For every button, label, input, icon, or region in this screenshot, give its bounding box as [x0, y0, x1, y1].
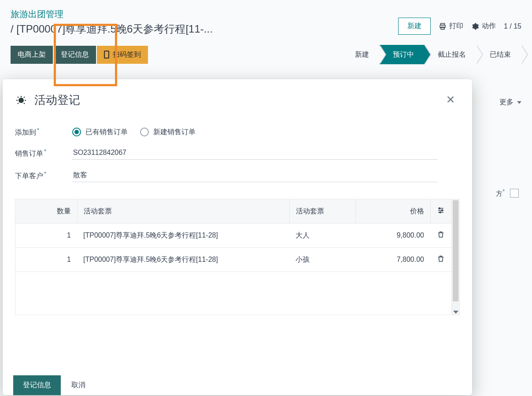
background-checkbox[interactable] — [510, 189, 519, 198]
status-step-new[interactable]: 新建 — [342, 45, 380, 64]
col-qty[interactable]: 数量 — [15, 199, 77, 224]
print-label: 打印 — [449, 22, 463, 31]
svg-point-3 — [18, 98, 24, 103]
radio-new-order[interactable]: 新建销售订单 — [140, 128, 196, 137]
radio-existing-order[interactable]: 已有销售订单 — [72, 128, 128, 137]
customer-input[interactable] — [72, 169, 438, 182]
background-field: 方* — [496, 188, 519, 198]
close-icon — [446, 95, 455, 104]
modal-title: 活动登记 — [34, 92, 80, 108]
radio-icon — [140, 128, 149, 136]
chevron-down-icon — [453, 311, 458, 314]
pager[interactable]: 1 / 15 — [504, 22, 521, 30]
more-label: 更多 — [499, 98, 514, 106]
radio-existing-label: 已有销售订单 — [85, 128, 128, 137]
table-row[interactable]: 1 [TP00007]尊享迪拜.5晚6天参考行程[11-28] 小孩 7,800… — [15, 248, 451, 272]
sliders-icon — [437, 206, 445, 214]
tickets-table: 数量 活动套票 活动套票 价格 1 [TP00007]尊享迪拜.5晚6 — [15, 199, 451, 272]
cell-package[interactable]: [TP00007]尊享迪拜.5晚6天参考行程[11-28] — [77, 224, 289, 248]
customer-label: 下单客户* — [15, 170, 72, 181]
svg-point-6 — [440, 212, 441, 213]
cell-price[interactable]: 9,800.00 — [355, 224, 430, 248]
scan-checkin-button[interactable]: 扫码签到 — [97, 46, 148, 64]
col-tools[interactable] — [430, 199, 451, 224]
delete-row-button[interactable] — [430, 248, 451, 272]
svg-point-5 — [442, 210, 443, 211]
add-to-label: 添加到* — [15, 127, 72, 137]
action-button[interactable]: 动作 — [471, 22, 496, 31]
chevron-down-icon — [517, 101, 521, 104]
col-package[interactable]: 活动套票 — [77, 199, 289, 224]
phone-icon — [104, 51, 109, 59]
new-button[interactable]: 新建 — [398, 18, 431, 35]
gear-icon — [471, 22, 479, 30]
col-type[interactable]: 活动套票 — [289, 199, 355, 224]
table-row[interactable]: 1 [TP00007]尊享迪拜.5晚6天参考行程[11-28] 大人 9,800… — [15, 224, 451, 248]
print-icon — [439, 22, 447, 30]
cell-package[interactable]: [TP00007]尊享迪拜.5晚6天参考行程[11-28] — [77, 248, 289, 272]
status-step-booking[interactable]: 预订中 — [380, 45, 425, 64]
cell-type[interactable]: 小孩 — [289, 248, 355, 272]
cell-type[interactable]: 大人 — [289, 224, 355, 248]
print-button[interactable]: 打印 — [439, 22, 463, 31]
trash-icon — [437, 255, 445, 263]
cell-price[interactable]: 7,800.00 — [355, 248, 430, 272]
action-label: 动作 — [482, 22, 496, 31]
confirm-register-button[interactable]: 登记信息 — [13, 375, 61, 395]
table-scrollbar[interactable] — [451, 199, 459, 315]
background-field-label: 方* — [496, 188, 505, 198]
activity-register-modal: 活动登记 添加到* 已有销售订单 新建销售订单 销售订单* 下单 — [3, 79, 472, 395]
sales-order-input[interactable] — [72, 146, 438, 160]
cell-qty[interactable]: 1 — [15, 224, 77, 248]
radio-new-label: 新建销售订单 — [153, 128, 196, 137]
scroll-thumb[interactable] — [453, 200, 458, 301]
sales-order-label: 销售订单* — [15, 148, 72, 158]
delete-row-button[interactable] — [430, 224, 451, 248]
ecommerce-publish-button[interactable]: 电商上架 — [11, 46, 53, 64]
cancel-button[interactable]: 取消 — [71, 381, 85, 390]
register-info-button[interactable]: 登记信息 — [54, 46, 96, 64]
trash-icon — [437, 231, 445, 238]
status-step-finished[interactable]: 已结束 — [477, 45, 521, 64]
close-button[interactable] — [442, 92, 459, 108]
col-price[interactable]: 价格 — [355, 199, 430, 224]
status-pipeline: 新建 预订中 截止报名 已结束 — [342, 45, 521, 64]
bug-icon — [16, 95, 26, 105]
svg-point-4 — [439, 208, 440, 209]
more-dropdown[interactable]: 更多 — [499, 98, 521, 107]
cell-qty[interactable]: 1 — [15, 248, 77, 272]
radio-icon — [72, 128, 81, 136]
scan-checkin-label: 扫码签到 — [113, 50, 141, 59]
status-step-closed[interactable]: 截止报名 — [425, 45, 477, 64]
